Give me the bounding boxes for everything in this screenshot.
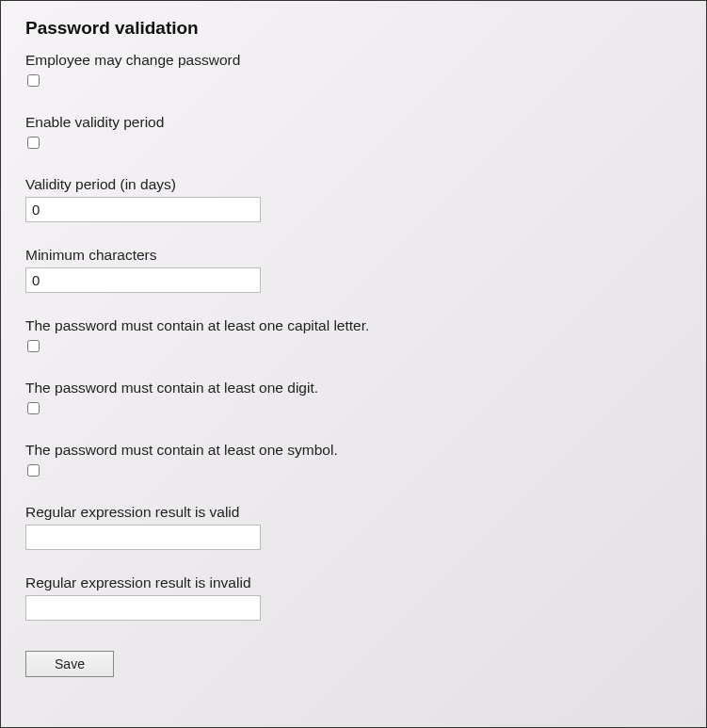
field-regex-invalid: Regular expression result is invalid <box>25 574 682 621</box>
field-enable-validity-period: Enable validity period <box>25 114 682 152</box>
field-minimum-characters: Minimum characters <box>25 247 682 293</box>
checkbox-require-capital[interactable] <box>27 340 40 352</box>
field-require-digit: The password must contain at least one d… <box>25 380 682 417</box>
checkbox-require-digit[interactable] <box>27 402 40 414</box>
field-regex-valid: Regular expression result is valid <box>25 504 682 550</box>
label-regex-invalid: Regular expression result is invalid <box>25 574 682 591</box>
field-validity-period-days: Validity period (in days) <box>25 176 682 222</box>
input-minimum-characters[interactable] <box>25 267 261 293</box>
label-employee-may-change: Employee may change password <box>25 52 682 69</box>
save-button[interactable]: Save <box>25 651 114 677</box>
checkbox-enable-validity-period[interactable] <box>27 137 40 149</box>
input-regex-valid[interactable] <box>25 525 261 550</box>
password-validation-panel: Password validation Employee may change … <box>0 0 707 728</box>
field-require-capital: The password must contain at least one c… <box>25 317 682 355</box>
label-validity-period-days: Validity period (in days) <box>25 176 682 193</box>
label-minimum-characters: Minimum characters <box>25 247 682 264</box>
checkbox-require-symbol[interactable] <box>27 464 40 477</box>
input-regex-invalid[interactable] <box>25 595 261 621</box>
field-require-symbol: The password must contain at least one s… <box>25 442 682 479</box>
label-require-symbol: The password must contain at least one s… <box>25 442 682 459</box>
label-require-capital: The password must contain at least one c… <box>25 317 682 334</box>
label-require-digit: The password must contain at least one d… <box>25 380 682 396</box>
label-enable-validity-period: Enable validity period <box>25 114 682 131</box>
panel-title: Password validation <box>25 18 682 39</box>
checkbox-employee-may-change[interactable] <box>27 74 40 87</box>
field-employee-may-change: Employee may change password <box>25 52 682 89</box>
input-validity-period-days[interactable] <box>25 197 261 222</box>
label-regex-valid: Regular expression result is valid <box>25 504 682 521</box>
